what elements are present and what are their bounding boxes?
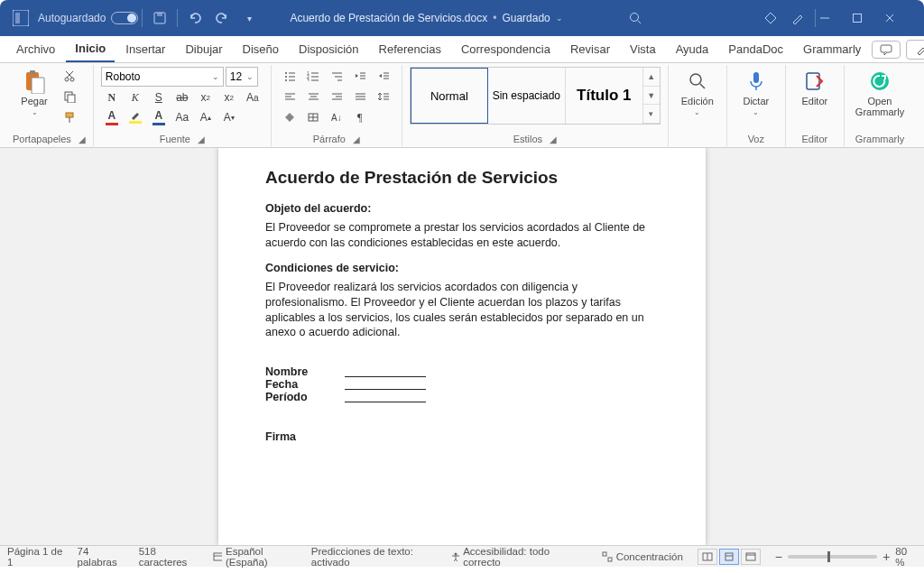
tab-ayuda[interactable]: Ayuda [667,37,718,61]
document-title[interactable]: Acuerdo de Prestación de Servicios.docx … [290,12,622,24]
redo-icon[interactable] [211,7,233,29]
document-area[interactable]: Acuerdo de Prestación de Servicios Objet… [0,148,924,545]
zoom-in-button[interactable]: + [882,550,890,564]
bullets-button[interactable] [279,67,300,85]
comments-button[interactable] [872,41,901,59]
borders-button[interactable] [302,108,324,126]
zoom-out-button[interactable]: − [775,550,782,564]
tab-vista[interactable]: Vista [621,37,665,61]
tab-grammarly[interactable]: Grammarly [794,37,870,61]
tab-revisar[interactable]: Revisar [561,37,619,61]
status-chars[interactable]: 518 caracteres [139,546,199,568]
grow-font-button[interactable]: A▴ [195,108,217,126]
tab-disposicion[interactable]: Disposición [290,37,367,61]
tab-referencias[interactable]: Referencias [370,37,450,61]
svg-rect-63 [753,72,759,83]
status-predictions[interactable]: Predicciones de texto: activado [311,546,436,568]
paragraph-launcher[interactable]: ◢ [353,134,360,144]
line-spacing-button[interactable] [373,88,394,106]
search-icon[interactable] [624,7,646,29]
styles-up-button[interactable]: ▲ [643,68,660,87]
zoom-slider[interactable] [788,555,877,559]
edit-mode-button[interactable]: Edición⌄ [906,40,924,60]
align-right-button[interactable] [326,88,347,106]
collapse-ribbon-button[interactable]: ⌄ [917,124,924,142]
style-normal[interactable]: Normal [411,68,488,124]
status-a11y[interactable]: Accesibilidad: todo correcto [450,546,573,568]
style-no-spacing[interactable]: Sin espaciado [488,68,566,124]
numbering-button[interactable]: 123 [302,67,324,85]
copy-button[interactable] [60,88,79,106]
view-print-button[interactable] [719,549,739,565]
view-read-button[interactable] [698,549,717,565]
editor-button[interactable]: Editor [793,67,836,108]
status-focus[interactable]: Concentración [602,551,683,562]
decrease-indent-button[interactable] [349,67,371,85]
status-page[interactable]: Página 1 de 1 [7,546,63,568]
minimize-button[interactable] [819,13,852,23]
field-sign-label: Firma [265,430,659,443]
section2-body: El Proveedor realizará los servicios aco… [265,280,659,341]
status-lang[interactable]: Español (España) [213,546,297,568]
show-marks-button[interactable]: ¶ [349,108,371,126]
font-name-select[interactable]: Roboto⌄ [101,67,224,87]
tab-dibujar[interactable]: Dibujar [176,37,231,61]
increase-indent-button[interactable] [373,67,394,85]
edit-dropdown-button[interactable]: Edición ⌄ [676,67,719,118]
close-button[interactable] [884,13,917,23]
change-case-button[interactable]: Aa [242,88,263,106]
view-web-button[interactable] [741,549,761,565]
highlight-button[interactable] [125,108,146,126]
italic-button[interactable]: K [125,88,146,106]
strike-button[interactable]: ab [171,88,193,106]
align-center-button[interactable] [302,88,324,106]
zoom-value[interactable]: 80 % [895,546,917,568]
qat-customize-icon[interactable]: ▾ [238,7,260,29]
shrink-font-button[interactable]: A▾ [218,108,240,126]
shading-button[interactable] [279,108,300,126]
clipboard-launcher[interactable]: ◢ [79,134,86,144]
tab-diseno[interactable]: Diseño [234,37,288,61]
font-launcher[interactable]: ◢ [198,134,205,144]
styles-more-button[interactable]: ▾ [643,105,660,124]
style-heading1[interactable]: Título 1 [566,68,643,124]
paste-button[interactable]: Pegar ⌄ [13,67,56,118]
pen-icon[interactable] [787,7,808,29]
styles-launcher[interactable]: ◢ [550,134,557,144]
superscript-button[interactable]: x2 [218,88,240,106]
font-color-button[interactable]: A [101,108,123,126]
subscript-button[interactable]: x2 [195,88,217,106]
tab-inicio[interactable]: Inicio [66,36,115,62]
group-clipboard: Pegar ⌄ Portapapeles◢ [5,65,94,146]
font-color2-button[interactable]: A [148,108,170,126]
grammarly-button[interactable]: Open Grammarly [852,67,908,119]
page[interactable]: Acuerdo de Prestación de Servicios Objet… [218,148,706,545]
bold-button[interactable]: N [101,88,123,106]
tab-pandadoc[interactable]: PandaDoc [719,37,792,61]
tab-archivo[interactable]: Archivo [7,37,64,61]
maximize-button[interactable] [852,13,884,23]
dictate-button[interactable]: Dictar ⌄ [735,67,778,118]
cut-button[interactable] [60,67,79,85]
svg-point-4 [631,14,639,22]
tab-insertar[interactable]: Insertar [116,37,174,61]
app-icon[interactable] [10,7,32,29]
styles-down-button[interactable]: ▼ [643,87,660,106]
format-painter-button[interactable] [60,108,79,126]
field-name-label: Nombre [265,365,323,378]
font-size-select[interactable]: 12⌄ [226,67,258,87]
svg-rect-71 [608,558,612,561]
autosave-toggle[interactable]: Autoguardado [38,12,138,24]
undo-icon[interactable] [184,7,206,29]
tab-correspondencia[interactable]: Correspondencia [452,37,559,61]
multilevel-button[interactable] [326,67,347,85]
align-left-button[interactable] [279,88,300,106]
diamond-icon[interactable] [760,7,781,29]
sort-button[interactable]: A↓ [326,108,347,126]
justify-button[interactable] [349,88,371,106]
text-effects-button[interactable]: Aa [171,108,193,126]
svg-rect-3 [157,13,162,16]
underline-button[interactable]: S [148,88,170,106]
save-icon[interactable] [149,7,171,29]
status-words[interactable]: 74 palabras [78,546,125,568]
